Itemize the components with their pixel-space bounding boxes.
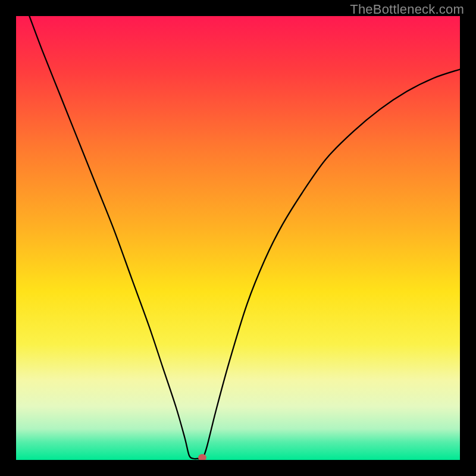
plot-area <box>16 16 460 460</box>
watermark-text: TheBottleneck.com <box>350 2 464 17</box>
line-curve <box>16 16 460 460</box>
chart-frame: TheBottleneck.com <box>0 0 476 476</box>
optimal-point-marker <box>198 454 206 460</box>
